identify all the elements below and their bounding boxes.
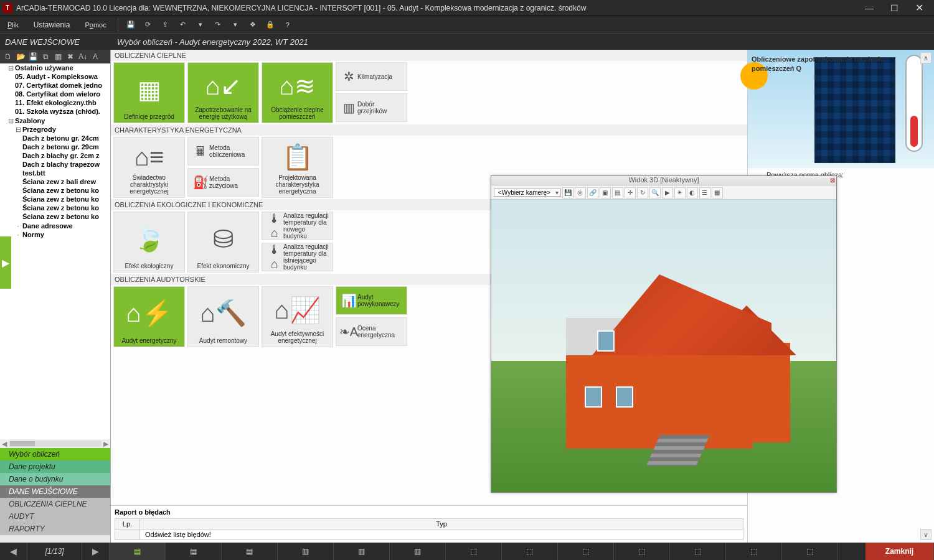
error-refresh-msg[interactable]: Odśwież listę błędów! <box>140 530 743 540</box>
lock-icon[interactable]: 🔒 <box>263 17 278 32</box>
status-tab-13[interactable]: ⬚ <box>782 543 838 560</box>
status-tab-12[interactable]: ⬚ <box>726 543 782 560</box>
tile-zapotrzebowanie[interactable]: ⌂↙Zapotrzebowanie na energię użytkową <box>187 62 259 123</box>
refresh-icon[interactable]: ⟳ <box>141 17 156 32</box>
tree-recent-item[interactable]: 07. Certyfikat domek jedno <box>15 81 110 90</box>
module-icon[interactable]: ❖ <box>245 17 260 32</box>
status-tab-7[interactable]: ⬚ <box>446 543 502 560</box>
tree-item[interactable]: Dach z blachy gr. 2cm z <box>22 151 110 160</box>
tile-metoda-zuzyciowa[interactable]: ⛽Metoda zużyciowa <box>187 168 259 197</box>
tree-recent-item[interactable]: 01. Szkoła wyższa (chłód). <box>15 107 110 116</box>
page-prev-button[interactable]: ◀ <box>0 543 27 560</box>
undo-dropdown-icon[interactable]: ▾ <box>193 17 208 32</box>
vtool-arrow-icon[interactable]: ▶ <box>662 187 673 198</box>
nav-obliczenia[interactable]: OBLICZENIA CIEPLNE <box>0 498 110 510</box>
close-button[interactable]: ✕ <box>907 0 932 16</box>
nav-dane-wejsciowe[interactable]: DANE WEJŚCIOWE <box>0 485 110 498</box>
tree-item[interactable]: test.btt <box>22 169 110 177</box>
nav-dane-projektu[interactable]: Dane projektu <box>0 460 110 473</box>
menu-file[interactable]: Plik <box>0 16 26 33</box>
status-tab-6[interactable]: ▥ <box>390 543 446 560</box>
vtool-save-icon[interactable]: 💾 <box>562 187 573 198</box>
vtool-sun-icon[interactable]: ☀ <box>674 187 686 198</box>
tree-item[interactable]: Ściana zew z betonu ko <box>22 212 110 221</box>
tile-analiza-nowy[interactable]: 🌡⌂Analiza regulacji temperatury dla nowe… <box>262 212 333 240</box>
status-tab-5[interactable]: ▥ <box>334 543 390 560</box>
tree-templates[interactable]: Szablony <box>15 117 45 124</box>
tile-analiza-istniejacy[interactable]: 🌡⌂Analiza regulacji temperatury dla istn… <box>262 243 333 271</box>
tile-definicje-przegrod[interactable]: ▦Definicje przegród <box>113 62 185 123</box>
tile-klimatyzacja[interactable]: ✲Klimatyzacja <box>336 62 407 91</box>
vtool-layers-icon[interactable]: ☰ <box>699 187 710 198</box>
undo-icon[interactable]: ↶ <box>176 17 191 32</box>
copy-icon[interactable]: ⧉ <box>40 51 51 62</box>
status-tab-2[interactable]: ▤ <box>166 543 222 560</box>
tile-obciazenie[interactable]: ⌂≋Obciążenie cieplne pomieszczeń <box>262 62 333 123</box>
tree-normy[interactable]: Normy <box>22 231 44 238</box>
viewer-scene[interactable] <box>491 200 836 492</box>
tile-metoda-obliczeniowa[interactable]: 🖩Metoda obliczeniowa <box>187 137 259 166</box>
nav-raporty[interactable]: RAPORTY <box>0 523 110 535</box>
edge-prev-button[interactable]: ▶ <box>0 236 11 289</box>
tile-audyt-powykonawczy[interactable]: 📊Audyt powykonawczy <box>336 286 407 315</box>
menu-help[interactable]: Pomoc <box>77 16 113 33</box>
delete-icon[interactable]: ✖ <box>65 51 76 62</box>
grid-icon[interactable]: ▦ <box>52 51 64 62</box>
tile-audyt-remontowy[interactable]: ⌂🔨Audyt remontowy <box>187 286 259 347</box>
nav-audyt[interactable]: AUDYT <box>0 510 110 523</box>
tree-item[interactable]: Ściana zew z bali drew <box>22 177 110 186</box>
vtool-shade-icon[interactable]: ◐ <box>687 187 698 198</box>
status-tab-3[interactable]: ▤ <box>222 543 278 560</box>
maximize-button[interactable]: ☐ <box>882 0 907 16</box>
sort-icon[interactable]: A↓ <box>77 51 88 62</box>
save-icon[interactable]: 💾 <box>123 17 138 32</box>
tile-efekt-ekologiczny[interactable]: 🍃Efekt ekologiczny <box>113 212 185 273</box>
tree-recent-item[interactable]: 08. Certyfikat dom wieloro <box>15 90 110 98</box>
close-project-button[interactable]: Zamknij <box>866 543 934 560</box>
nav-dane-budynku[interactable]: Dane o budynku <box>0 473 110 485</box>
tile-ocena-energetyczna[interactable]: ❧AOcena energetyczna <box>336 317 407 346</box>
tree-recent[interactable]: Ostatnio używane <box>15 64 73 72</box>
vtool-link-icon[interactable]: 🔗 <box>587 187 598 198</box>
tree-item[interactable]: Dach z betonu gr. 24cm <box>22 134 110 142</box>
redo-icon[interactable]: ↷ <box>210 17 225 32</box>
tile-efekt-ekonomiczny[interactable]: ⛁Efekt ekonomiczny <box>187 212 259 273</box>
info-scroll-up[interactable]: ∧ <box>920 52 932 63</box>
redo-dropdown-icon[interactable]: ▾ <box>228 17 243 32</box>
status-tab-9[interactable]: ⬚ <box>558 543 614 560</box>
tree-scrollbar[interactable]: ◀▶ <box>0 439 110 448</box>
vtool-zoom-icon[interactable]: 🔍 <box>649 187 661 198</box>
tree-item[interactable]: Ściana zew z betonu ko <box>22 186 110 195</box>
export-icon[interactable]: ⇪ <box>158 17 173 32</box>
vtool-grid-icon[interactable]: ▦ <box>712 187 723 198</box>
camera-select[interactable]: <Wybierz kamerę> <box>494 189 561 197</box>
savet-icon[interactable]: 💾 <box>27 51 39 62</box>
open-icon[interactable]: 📂 <box>15 51 26 62</box>
status-tab-10[interactable]: ⬚ <box>614 543 670 560</box>
tree-recent-item[interactable]: 05. Audyt - Kompleksowa <box>15 72 110 81</box>
vtool-view2-icon[interactable]: ▤ <box>612 187 623 198</box>
tile-projektowana[interactable]: 📋Projektowana charakterystyka energetycz… <box>262 137 333 198</box>
tree-item[interactable]: Dach z blachy trapezow <box>22 160 110 169</box>
vtool-target-icon[interactable]: ◎ <box>575 187 586 198</box>
vtool-rotate-icon[interactable]: ↻ <box>637 187 648 198</box>
page-next-button[interactable]: ▶ <box>82 543 110 560</box>
tree-dane-adresowe[interactable]: Dane adresowe <box>22 222 73 230</box>
status-tab-8[interactable]: ⬚ <box>502 543 558 560</box>
tree-item[interactable]: Ściana zew z betonu ko <box>22 195 110 203</box>
tile-dobor-grzejnikow[interactable]: ▥Dobór grzejników <box>336 93 407 122</box>
viewer-3d-window[interactable]: Widok 3D [Nieaktywny]⊠ <Wybierz kamerę> … <box>491 175 837 493</box>
menu-settings[interactable]: Ustawienia <box>26 16 78 33</box>
vtool-axis-icon[interactable]: ✛ <box>625 187 636 198</box>
help-icon[interactable]: ? <box>280 17 295 32</box>
tree-item[interactable]: Ściana zew z betonu ko <box>22 203 110 212</box>
status-tab-4[interactable]: ▥ <box>278 543 334 560</box>
status-tab-1[interactable]: ▤ <box>110 543 166 560</box>
tile-swiadectwo[interactable]: ⌂≡Świadectwo charaktrystyki energetyczne… <box>113 137 185 198</box>
viewer-title[interactable]: Widok 3D [Nieaktywny]⊠ <box>491 176 836 186</box>
project-tree[interactable]: ⊟Ostatnio używane 05. Audyt - Kompleksow… <box>0 63 110 439</box>
tree-item[interactable]: Dach z betonu gr. 29cm <box>22 142 110 151</box>
font-icon[interactable]: A <box>90 51 101 62</box>
viewer-close-icon[interactable]: ⊠ <box>830 177 835 184</box>
tree-recent-item[interactable]: 11. Efekt ekologiczny.thb <box>15 98 110 107</box>
